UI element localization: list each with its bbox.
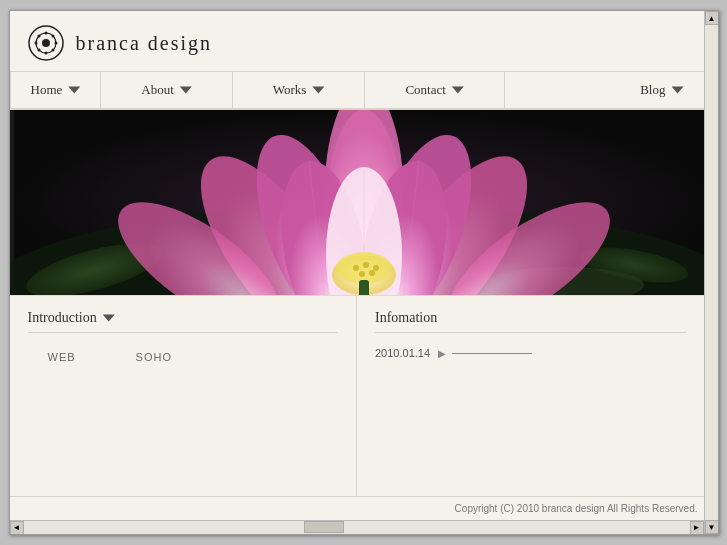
svg-point-32 (353, 265, 359, 271)
scroll-right-button[interactable]: ► (690, 521, 704, 535)
scroll-track-v (705, 25, 718, 520)
nav-item-about[interactable]: About (101, 72, 233, 108)
works-nav-arrow (312, 84, 324, 96)
svg-point-31 (336, 252, 392, 284)
copyright-text: Copyright (C) 2010 branca design All Rig… (455, 503, 698, 514)
home-nav-arrow (68, 84, 80, 96)
svg-point-7 (37, 35, 40, 38)
info-line (452, 353, 532, 354)
info-title: Infomation (375, 310, 686, 333)
info-entry-arrow: ▶ (438, 348, 446, 359)
nav-item-home[interactable]: Home (10, 72, 102, 108)
contact-nav-arrow (452, 84, 464, 96)
scroll-left-button[interactable]: ◄ (10, 521, 24, 535)
logo-icon (28, 25, 64, 61)
svg-point-3 (44, 32, 47, 35)
svg-point-33 (363, 262, 369, 268)
intro-link-web[interactable]: WEB (48, 351, 76, 363)
intro-title-arrow (103, 312, 115, 324)
site-header: branca design (10, 11, 718, 72)
site-footer: Copyright (C) 2010 branca design All Rig… (10, 496, 718, 520)
svg-point-36 (369, 270, 375, 276)
svg-rect-37 (359, 280, 369, 295)
svg-point-2 (42, 39, 50, 47)
scroll-track-h (24, 521, 690, 534)
svg-point-6 (54, 42, 57, 45)
browser-window: ▲ ▼ branca design Home About (9, 10, 719, 535)
site-title: branca design (76, 32, 213, 55)
scroll-thumb-h[interactable] (304, 521, 344, 533)
svg-point-10 (37, 49, 40, 52)
svg-point-35 (359, 271, 365, 277)
nav-item-works[interactable]: Works (233, 72, 366, 108)
site-nav: Home About Works Contact Blog (10, 72, 718, 110)
intro-section: Introduction WEB SOHO (10, 296, 358, 496)
content-area: Introduction WEB SOHO Infomation 2010.01… (10, 295, 718, 496)
info-date: 2010.01.14 (375, 347, 430, 359)
vertical-scrollbar[interactable]: ▲ ▼ (704, 11, 718, 534)
intro-title: Introduction (28, 310, 339, 333)
about-nav-arrow (180, 84, 192, 96)
svg-point-9 (51, 35, 54, 38)
svg-point-4 (44, 52, 47, 55)
svg-point-5 (34, 42, 37, 45)
svg-point-34 (373, 265, 379, 271)
scroll-up-button[interactable]: ▲ (705, 11, 719, 25)
horizontal-scrollbar[interactable]: ◄ ► (10, 520, 718, 534)
blog-nav-arrow (672, 84, 684, 96)
scroll-down-button[interactable]: ▼ (705, 520, 719, 534)
nav-item-blog[interactable]: Blog (620, 72, 703, 108)
svg-point-8 (51, 49, 54, 52)
intro-links: WEB SOHO (28, 343, 339, 371)
hero-image (10, 110, 718, 295)
intro-link-soho[interactable]: SOHO (136, 351, 172, 363)
info-entry: 2010.01.14 ▶ (375, 343, 686, 363)
info-section: Infomation 2010.01.14 ▶ (357, 296, 704, 496)
nav-item-contact[interactable]: Contact (365, 72, 504, 108)
